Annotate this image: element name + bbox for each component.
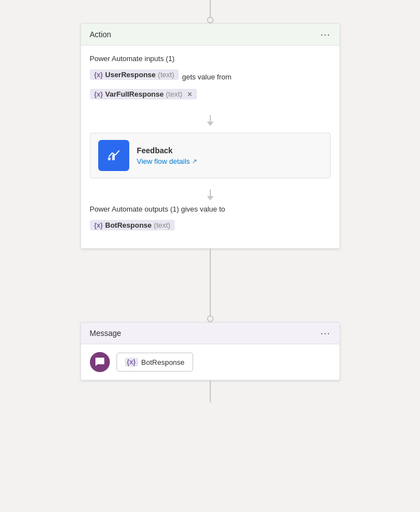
- bot-response-curly-icon: {x}: [125, 358, 138, 367]
- inner-line-2: [210, 189, 211, 196]
- connector-circle-top: [207, 17, 214, 23]
- message-avatar: [90, 352, 110, 372]
- message-card-title: Message: [90, 329, 122, 338]
- inner-line-1: [210, 115, 211, 122]
- mid-connector: [207, 249, 214, 322]
- feedback-info: Feedback View flow details ↗: [137, 146, 198, 165]
- mid-connector-line: [210, 249, 211, 315]
- feedback-svg-icon: [105, 147, 122, 164]
- var-full-response-remove-btn[interactable]: ✕: [187, 91, 193, 98]
- message-more-icon[interactable]: ⋯: [320, 328, 331, 338]
- bottom-connector: [210, 380, 211, 403]
- external-link-icon: ↗: [192, 158, 197, 165]
- var-icon-1: {x}: [94, 71, 103, 79]
- outputs-section: Power Automate outputs (1) gives value t…: [81, 205, 340, 248]
- var-icon-3: {x}: [94, 222, 103, 229]
- outputs-section-label: Power Automate outputs (1) gives value t…: [90, 205, 331, 213]
- mid-connector-circle: [207, 315, 214, 322]
- feedback-row: Feedback View flow details ↗: [90, 133, 331, 178]
- feedback-icon-box: [98, 140, 129, 171]
- var-full-response-tag: {x} VarFullResponse (text) ✕: [90, 89, 197, 99]
- bot-response-name: BotResponse: [105, 221, 152, 229]
- view-flow-label: View flow details: [137, 157, 190, 165]
- bottom-connector-line: [210, 380, 211, 403]
- view-flow-link[interactable]: View flow details ↗: [137, 157, 198, 165]
- bot-response-type: (text): [154, 221, 170, 229]
- inner-connector-1: [81, 113, 340, 130]
- var-icon-2: {x}: [94, 91, 103, 98]
- action-card-body: Power Automate inputs (1) {x} UserRespon…: [81, 46, 340, 113]
- canvas: Action ⋯ Power Automate inputs (1) {x} U…: [0, 0, 420, 512]
- var-full-response-row: {x} VarFullResponse (text) ✕: [90, 89, 331, 99]
- var-full-response-type: (text): [166, 90, 183, 98]
- action-more-icon[interactable]: ⋯: [320, 29, 331, 39]
- message-bubble: {x} BotResponse: [117, 353, 193, 372]
- inputs-section-label: Power Automate inputs (1): [90, 54, 331, 63]
- bot-response-row: {x} BotResponse (text): [90, 220, 331, 235]
- action-card-title: Action: [90, 30, 112, 39]
- bot-response-tag: {x} BotResponse (text): [90, 220, 175, 230]
- bot-response-bubble-label: BotResponse: [141, 358, 185, 367]
- svg-rect-2: [112, 154, 115, 160]
- message-card-header: Message ⋯: [81, 323, 340, 344]
- top-connector: [207, 0, 214, 23]
- action-card: Action ⋯ Power Automate inputs (1) {x} U…: [80, 23, 340, 249]
- user-response-tag: {x} UserResponse (text): [90, 69, 179, 80]
- action-card-header: Action ⋯: [81, 24, 340, 46]
- connector-line-top: [210, 0, 211, 17]
- chat-icon: [94, 357, 105, 368]
- user-response-row: {x} UserResponse (text) gets value from: [90, 69, 331, 84]
- message-card: Message ⋯ {x} BotResponse: [80, 322, 340, 380]
- inner-arrow-2: [207, 196, 214, 200]
- var-full-response-name: VarFullResponse: [105, 90, 164, 98]
- user-response-type: (text): [158, 71, 175, 79]
- feedback-title: Feedback: [137, 146, 198, 155]
- svg-rect-1: [108, 158, 110, 160]
- user-response-name: UserResponse: [105, 71, 156, 79]
- message-card-body: {x} BotResponse: [81, 344, 340, 380]
- feedback-section: Feedback View flow details ↗: [81, 133, 340, 187]
- inner-connector-2: [81, 187, 340, 205]
- gets-value-text: gets value from: [182, 73, 231, 81]
- inner-arrow-1: [207, 122, 214, 126]
